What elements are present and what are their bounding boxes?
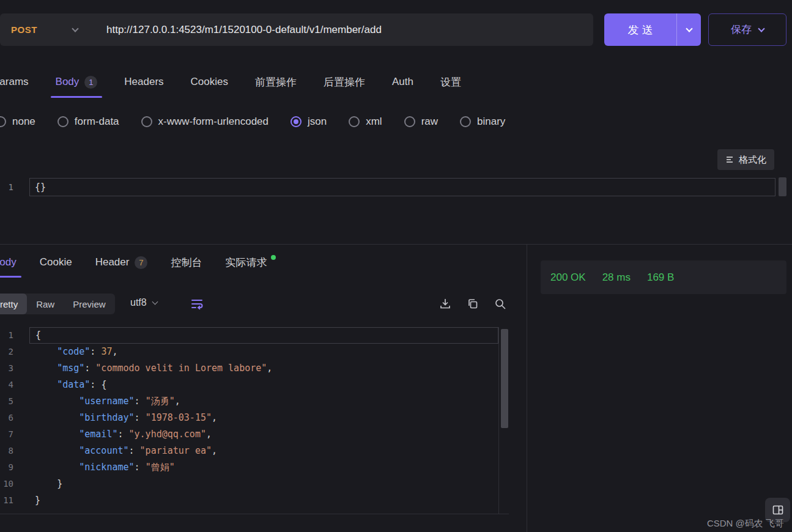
- vertical-divider: [527, 245, 527, 532]
- tab-auth[interactable]: Auth: [392, 66, 413, 98]
- response-body-viewer[interactable]: 1234567891011 { "code": 37, "msg": "comm…: [0, 327, 509, 514]
- body-type-urlencoded[interactable]: x-www-form-urlencoded: [141, 116, 268, 128]
- response-size: 169 B: [647, 272, 674, 284]
- code-line: {: [29, 327, 498, 344]
- body-type-raw[interactable]: raw: [404, 116, 438, 128]
- code-line: "username": "汤勇",: [29, 393, 498, 410]
- response-time: 28 ms: [602, 272, 631, 284]
- tab-body[interactable]: Body 1: [56, 66, 98, 98]
- body-type-xml[interactable]: xml: [349, 116, 382, 128]
- code-line: "data": {: [29, 377, 498, 393]
- request-body-editor[interactable]: 1 {}: [0, 176, 792, 240]
- request-url-group: POST: [0, 13, 593, 46]
- tab-headers[interactable]: Headers: [124, 66, 163, 98]
- send-button[interactable]: 发 送: [604, 13, 701, 46]
- tab-post-operations[interactable]: 后置操作: [324, 66, 365, 98]
- code-line: "email": "y.yhd@qq.com",: [29, 426, 498, 443]
- send-options-button[interactable]: [677, 29, 701, 31]
- code-line: "nickname": "曾娟": [29, 459, 498, 476]
- view-mode-raw[interactable]: Raw: [27, 294, 64, 314]
- body-type-none[interactable]: none: [0, 116, 35, 128]
- line-number-gutter: 1234567891011: [0, 327, 29, 509]
- chevron-down-icon: [686, 25, 692, 32]
- code-line: "msg": "commodo velit in Lorem labore",: [29, 360, 498, 377]
- view-mode-switch: Pretty Raw Preview: [0, 294, 115, 314]
- body-type-form-data[interactable]: form-data: [57, 116, 119, 128]
- line-number: 10: [0, 476, 29, 492]
- radio-icon: [460, 116, 471, 127]
- download-icon[interactable]: [439, 298, 451, 312]
- radio-icon: [404, 116, 415, 127]
- scrollbar-thumb[interactable]: [779, 177, 786, 196]
- view-mode-pretty[interactable]: Pretty: [0, 294, 27, 314]
- active-line-highlight: [29, 178, 775, 196]
- line-number: 6: [0, 410, 29, 426]
- url-input[interactable]: [98, 13, 593, 46]
- body-count-badge: 1: [84, 76, 97, 89]
- request-editor-scrollbar[interactable]: [779, 177, 786, 236]
- line-number: 1: [0, 178, 13, 196]
- copy-icon[interactable]: [467, 298, 479, 312]
- code-line: "birthday": "1978-03-15",: [29, 410, 498, 426]
- radio-icon: [0, 116, 6, 127]
- method-select[interactable]: POST: [0, 13, 98, 46]
- body-type-selector: none form-data x-www-form-urlencoded jso…: [0, 111, 505, 133]
- line-number: 5: [0, 393, 29, 410]
- scrollbar-thumb[interactable]: [501, 329, 508, 428]
- line-number: 11: [0, 492, 29, 509]
- view-mode-preview[interactable]: Preview: [64, 294, 114, 314]
- search-icon[interactable]: [494, 298, 506, 312]
- tab-cookies[interactable]: Cookies: [191, 66, 228, 98]
- radio-selected-icon: [291, 116, 302, 127]
- line-number: 3: [0, 360, 29, 377]
- response-json-code: { "code": 37, "msg": "commodo velit in L…: [29, 327, 498, 509]
- code-line: }: [29, 476, 498, 492]
- code-line: "account": "pariatur ea",: [29, 443, 498, 459]
- send-button-label: 发 送: [604, 23, 676, 37]
- chevron-down-icon: [72, 25, 78, 32]
- response-tab-actual-request[interactable]: 实际请求: [225, 247, 276, 278]
- line-number: 8: [0, 443, 29, 459]
- method-label: POST: [11, 24, 37, 35]
- radio-icon: [141, 116, 152, 127]
- body-type-json[interactable]: json: [291, 116, 327, 128]
- tab-pre-operations[interactable]: 前置操作: [255, 66, 297, 98]
- radio-icon: [57, 116, 68, 127]
- response-scrollbar[interactable]: [498, 327, 509, 514]
- tab-params[interactable]: Params: [0, 66, 29, 98]
- status-code: 200 OK: [550, 272, 586, 284]
- code-line: }: [29, 492, 498, 509]
- tab-settings[interactable]: 设置: [440, 66, 461, 98]
- response-tab-console[interactable]: 控制台: [171, 247, 202, 278]
- response-tabs: Body Cookie Header 7 控制台 实际请求: [0, 247, 276, 278]
- layout-icon: [772, 504, 784, 516]
- line-number: 7: [0, 426, 29, 443]
- code-line: "code": 37,: [29, 344, 498, 360]
- response-tab-body[interactable]: Body: [0, 247, 17, 278]
- request-tabs: Params Body 1 Headers Cookies 前置操作 后置操作 …: [0, 66, 461, 98]
- line-number: 9: [0, 459, 29, 476]
- response-toolbar: Pretty Raw Preview utf8: [0, 294, 527, 316]
- format-button[interactable]: 格式化: [717, 149, 774, 170]
- watermark-text: CSDN @码农 飞哥: [707, 518, 784, 530]
- format-button-label: 格式化: [739, 154, 766, 166]
- radio-icon: [349, 116, 360, 127]
- word-wrap-icon[interactable]: [190, 297, 204, 314]
- response-tab-header[interactable]: Header 7: [95, 247, 148, 278]
- line-number: 1: [0, 327, 29, 344]
- header-count-badge: 7: [135, 256, 147, 269]
- response-tab-cookie[interactable]: Cookie: [40, 247, 72, 278]
- chevron-down-icon: [152, 298, 158, 305]
- save-button-label: 保存: [731, 23, 752, 37]
- horizontal-divider: [0, 244, 792, 245]
- request-body-content: {}: [35, 178, 46, 196]
- save-button[interactable]: 保存: [708, 13, 786, 46]
- encoding-select[interactable]: utf8: [130, 297, 157, 308]
- response-status-bar: 200 OK 28 ms 169 B: [541, 260, 786, 294]
- body-type-binary[interactable]: binary: [460, 116, 505, 128]
- line-number: 4: [0, 377, 29, 393]
- format-icon: [725, 155, 734, 164]
- chevron-down-icon: [758, 25, 764, 32]
- line-number: 2: [0, 344, 29, 360]
- activity-dot-icon: [271, 255, 276, 260]
